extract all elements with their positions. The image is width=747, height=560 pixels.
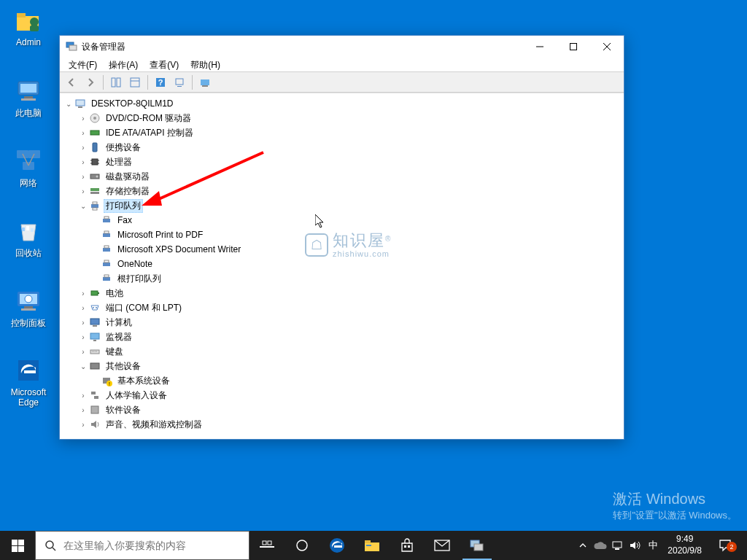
tree-node-storage[interactable]: ›存储控制器: [60, 184, 624, 198]
edge-icon: [14, 356, 43, 385]
svg-rect-71: [93, 340, 96, 341]
menu-file[interactable]: 文件(F): [63, 58, 103, 71]
svg-rect-36: [76, 100, 85, 106]
task-view-button[interactable]: [249, 531, 285, 560]
svg-rect-102: [613, 542, 622, 548]
svg-rect-58: [103, 248, 110, 252]
expand-icon[interactable]: ›: [77, 171, 89, 182]
tree-node-disk[interactable]: ›磁盘驱动器: [60, 169, 624, 184]
tree-node-xps[interactable]: Microsoft XPS Document Writer: [60, 242, 624, 257]
tree-node-onenote[interactable]: OneNote: [60, 257, 624, 271]
taskbar-file-explorer[interactable]: [355, 531, 390, 560]
tree-node-dvd[interactable]: ›DVD/CD-ROM 驱动器: [60, 111, 624, 125]
toolbar-help[interactable]: ?: [152, 74, 169, 91]
device-manager-window: 设备管理器 文件(F) 操作(A) 查看(V) 帮助(H) ? ⌄DESKTOP…: [59, 35, 624, 440]
tree-node-base-system[interactable]: !基本系统设备: [60, 373, 624, 388]
desktop-icon-recycle-bin[interactable]: 回收站: [1, 216, 55, 260]
expand-icon[interactable]: ›: [77, 389, 89, 401]
tree-node-hid[interactable]: ›人体学输入设备: [60, 388, 624, 402]
menu-action[interactable]: 操作(A): [103, 58, 144, 71]
tree-node-monitor[interactable]: ›监视器: [60, 330, 624, 344]
search-input[interactable]: [63, 540, 240, 551]
svg-rect-28: [131, 78, 139, 87]
expand-icon[interactable]: ›: [77, 331, 89, 343]
expand-icon[interactable]: ›: [77, 346, 89, 357]
device-tree[interactable]: ⌄DESKTOP-8QILM1D ›DVD/CD-ROM 驱动器 ›IDE AT…: [60, 93, 624, 439]
taskbar-mail[interactable]: [425, 531, 460, 560]
taskbar-store[interactable]: [390, 531, 425, 560]
tree-node-keyboard[interactable]: ›键盘: [60, 344, 624, 359]
tree-node-root-print[interactable]: 根打印队列: [60, 271, 624, 286]
tree-node-cpu[interactable]: ›处理器: [60, 155, 624, 169]
expand-icon[interactable]: ›: [77, 302, 89, 314]
tree-node-ide[interactable]: ›IDE ATA/ATAPI 控制器: [60, 125, 624, 140]
toolbar-update[interactable]: [196, 74, 214, 91]
desktop-icon-control-panel[interactable]: 控制面板: [1, 286, 55, 330]
disc-drive-icon: [89, 112, 101, 124]
svg-point-92: [297, 540, 307, 551]
desktop-icon-label: 此电脑: [1, 107, 55, 120]
computer-node-icon: [89, 316, 101, 328]
tree-node-port[interactable]: ›端口 (COM 和 LPT): [60, 300, 624, 315]
tray-chevron-up[interactable]: [574, 531, 592, 560]
taskbar-device-manager[interactable]: [460, 531, 495, 560]
taskbar-search[interactable]: [35, 531, 249, 560]
search-icon: [44, 540, 56, 551]
expand-icon[interactable]: ›: [77, 127, 89, 139]
expand-icon[interactable]: ›: [77, 316, 89, 328]
tree-node-fax[interactable]: Fax: [60, 213, 624, 228]
tree-node-software[interactable]: ›软件设备: [60, 402, 624, 417]
start-button[interactable]: [0, 531, 35, 560]
menu-help[interactable]: 帮助(H): [185, 58, 226, 71]
desktop-icon-edge[interactable]: Microsoft Edge: [1, 356, 55, 408]
svg-rect-54: [103, 219, 110, 222]
minimize-button[interactable]: [523, 36, 557, 58]
computer-icon: [74, 98, 86, 109]
tray-ime[interactable]: 中: [644, 531, 662, 560]
expand-icon[interactable]: ⌄: [63, 98, 74, 109]
toolbar-back[interactable]: [63, 74, 80, 91]
collapse-icon[interactable]: ⌄: [77, 200, 89, 211]
svg-rect-61: [104, 260, 109, 262]
menu-view[interactable]: 查看(V): [144, 58, 185, 71]
tree-node-audio[interactable]: ›声音、视频和游戏控制器: [60, 417, 624, 432]
maximize-button[interactable]: [557, 36, 590, 58]
tree-root[interactable]: ⌄DESKTOP-8QILM1D: [60, 96, 624, 111]
expand-icon[interactable]: ›: [77, 404, 89, 416]
collapse-icon[interactable]: ⌄: [77, 360, 89, 372]
desktop-icon-network[interactable]: 网络: [1, 146, 55, 190]
expand-icon[interactable]: ›: [77, 141, 89, 153]
tree-node-print-queue[interactable]: ⌄打印队列: [60, 198, 624, 213]
tree-node-portable[interactable]: ›便携设备: [60, 140, 624, 155]
tray-onedrive-icon[interactable]: [592, 531, 609, 560]
close-button[interactable]: [590, 36, 624, 58]
expand-icon[interactable]: ›: [77, 419, 89, 430]
tray-volume-icon[interactable]: [627, 531, 644, 560]
svg-rect-95: [365, 540, 371, 543]
svg-rect-32: [176, 79, 183, 85]
tree-node-battery[interactable]: ›电池: [60, 286, 624, 300]
expand-icon[interactable]: ›: [77, 112, 89, 124]
svg-rect-78: [91, 392, 96, 394]
tray-clock[interactable]: 9:49 2020/9/8: [662, 534, 708, 556]
expand-icon[interactable]: ›: [77, 185, 89, 197]
toolbar-show-hide-tree[interactable]: [107, 74, 125, 91]
cortana-button[interactable]: [285, 531, 320, 560]
svg-rect-40: [90, 131, 99, 135]
tree-node-computer[interactable]: ›计算机: [60, 315, 624, 330]
desktop-icon-this-pc[interactable]: 此电脑: [1, 76, 55, 120]
titlebar[interactable]: 设备管理器: [60, 36, 624, 58]
printer-icon: [89, 200, 101, 211]
expand-icon[interactable]: ›: [77, 156, 89, 168]
toolbar-properties[interactable]: [126, 74, 144, 91]
toolbar-forward[interactable]: [82, 74, 99, 91]
toolbar-scan[interactable]: [171, 74, 188, 91]
svg-rect-89: [260, 546, 274, 548]
tree-node-print-pdf[interactable]: Microsoft Print to PDF: [60, 228, 624, 242]
taskbar-edge[interactable]: [320, 531, 355, 560]
expand-icon[interactable]: ›: [77, 287, 89, 299]
tray-network-icon[interactable]: [609, 531, 627, 560]
tree-node-other[interactable]: ⌄其他设备: [60, 359, 624, 373]
tray-notifications[interactable]: 2: [708, 539, 743, 552]
desktop-icon-admin[interactable]: Admin: [1, 6, 55, 47]
